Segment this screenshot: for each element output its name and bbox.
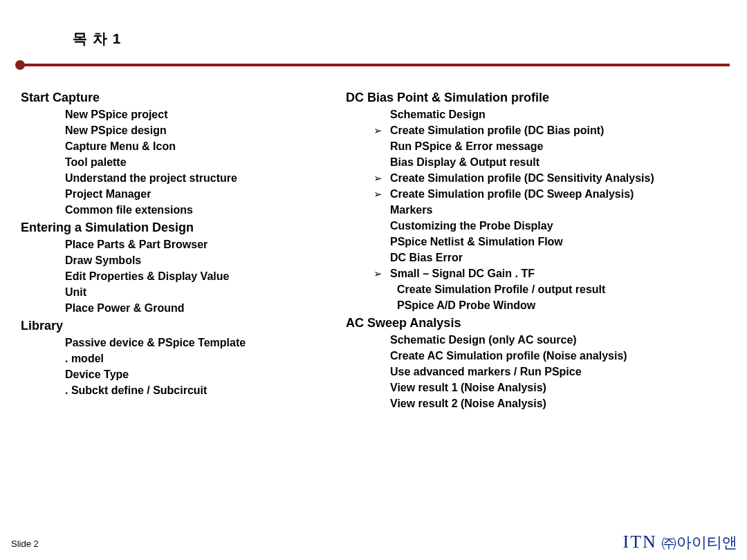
list-item: Edit Properties & Display Value	[21, 270, 339, 283]
list-item: ➢Create Simulation profile (DC Bias poin…	[346, 124, 733, 137]
list-item-label: Create AC Simulation profile (Noise anal…	[390, 350, 627, 362]
divider	[17, 64, 730, 66]
list-item: Markers	[346, 204, 733, 216]
list-item: PSpice Netlist & Simulation Flow	[346, 236, 733, 248]
list-item-label: Place Parts & Part Browser	[65, 239, 208, 251]
list-item-label: Run PSpice & Error message	[390, 140, 543, 153]
list-item: Common file extensions	[21, 204, 339, 216]
list-item-label: Schematic Design (only AC source)	[390, 334, 577, 346]
list-item: New PSpice project	[21, 109, 339, 121]
list-item: Bias Display & Output result	[346, 156, 733, 169]
list-item-label: Use advanced markers / Run PSpice	[390, 366, 582, 378]
list-item-label: Common file extensions	[65, 204, 193, 216]
list-item: Create Simulation Profile / output resul…	[346, 283, 733, 296]
list-item-label: Customizing the Probe Display	[390, 220, 553, 232]
bullet-icon: ➢	[371, 268, 390, 280]
list-item: Place Power & Ground	[21, 302, 339, 315]
list-item: Run PSpice & Error message	[346, 140, 733, 153]
list-item: Schematic Design	[346, 109, 733, 121]
list-item-label: Schematic Design	[390, 109, 486, 121]
right-column: DC Bias Point & Simulation profileSchema…	[346, 86, 733, 413]
list-item: Tool palette	[21, 156, 339, 169]
list-item: . model	[21, 353, 339, 365]
slide-number: Slide 2	[11, 539, 39, 549]
list-item-label: Understand the project structure	[65, 172, 237, 185]
left-column: Start CaptureNew PSpice projectNew PSpic…	[21, 86, 339, 413]
list-item: Customizing the Probe Display	[346, 220, 733, 232]
slide: 목 차 1 Start CaptureNew PSpice projectNew…	[0, 0, 747, 560]
list-item-label: View result 1 (Noise Analysis)	[390, 382, 546, 394]
section-title: Entering a Simulation Design	[21, 221, 339, 235]
bullet-icon: ➢	[371, 188, 390, 200]
list-item-label: New PSpice design	[65, 124, 167, 137]
list-item-label: Tool palette	[65, 156, 127, 169]
list-item: Place Parts & Part Browser	[21, 239, 339, 251]
bullet-icon: ➢	[371, 124, 390, 137]
list-item: . Subckt define / Subcircuit	[21, 384, 339, 397]
list-item-label: Place Power & Ground	[65, 302, 184, 315]
list-item: Capture Menu & Icon	[21, 140, 339, 153]
list-item: New PSpice design	[21, 124, 339, 137]
list-item: Create AC Simulation profile (Noise anal…	[346, 350, 733, 362]
list-item-label: Small – Signal DC Gain . TF	[390, 268, 535, 280]
list-item-label: Draw Symbols	[65, 254, 141, 267]
list-item: Device Type	[21, 368, 339, 381]
list-item: Schematic Design (only AC source)	[346, 334, 733, 346]
list-item-label: PSpice Netlist & Simulation Flow	[390, 236, 563, 248]
list-item-label: Edit Properties & Display Value	[65, 270, 229, 283]
list-item-label: Project Manager	[65, 188, 151, 200]
list-item-label: Device Type	[65, 368, 129, 381]
list-item: View result 2 (Noise Analysis)	[346, 398, 733, 410]
bullet-icon: ➢	[371, 172, 390, 185]
list-item-label: Bias Display & Output result	[390, 156, 540, 169]
list-item-label: Capture Menu & Icon	[65, 140, 176, 153]
section-title: Start Capture	[21, 91, 339, 105]
list-item-label: Markers	[390, 204, 432, 216]
footer-brand: ITN ㈜아이티앤	[623, 532, 737, 553]
list-item: Project Manager	[21, 188, 339, 200]
list-item: Use advanced markers / Run PSpice	[346, 366, 733, 378]
list-item-label: DC Bias Error	[390, 252, 463, 264]
section-title: Library	[21, 319, 339, 333]
list-item-label: . model	[65, 353, 104, 365]
list-item-label: Create Simulation profile (DC Sensitivit…	[390, 172, 654, 185]
list-item: ➢Create Simulation profile (DC Sensitivi…	[346, 172, 733, 185]
list-item-label: Unit	[65, 286, 86, 299]
list-item-label: New PSpice project	[65, 109, 168, 121]
list-item: Draw Symbols	[21, 254, 339, 267]
list-item-label: PSpice A/D Probe Window	[397, 299, 535, 312]
list-item: ➢Small – Signal DC Gain . TF	[346, 268, 733, 280]
list-item: View result 1 (Noise Analysis)	[346, 382, 733, 394]
list-item-label: View result 2 (Noise Analysis)	[390, 398, 546, 410]
page-title: 목 차 1	[73, 29, 121, 48]
list-item: DC Bias Error	[346, 252, 733, 264]
brand-itn: ITN	[623, 532, 657, 552]
list-item-label: Create Simulation profile (DC Bias point…	[390, 124, 604, 137]
section-title: AC Sweep Analysis	[346, 316, 733, 330]
list-item: Passive device & PSpice Template	[21, 337, 339, 349]
list-item-label: Passive device & PSpice Template	[65, 337, 246, 349]
list-item: Unit	[21, 286, 339, 299]
list-item: Understand the project structure	[21, 172, 339, 185]
list-item: PSpice A/D Probe Window	[346, 299, 733, 312]
section-title: DC Bias Point & Simulation profile	[346, 91, 733, 105]
list-item-label: . Subckt define / Subcircuit	[65, 384, 207, 397]
body-columns: Start CaptureNew PSpice projectNew PSpic…	[21, 86, 733, 413]
list-item-label: Create Simulation profile (DC Sweep Anal…	[390, 188, 634, 200]
brand-company: ㈜아이티앤	[661, 534, 737, 551]
list-item-label: Create Simulation Profile / output resul…	[397, 283, 605, 296]
list-item: ➢Create Simulation profile (DC Sweep Ana…	[346, 188, 733, 200]
